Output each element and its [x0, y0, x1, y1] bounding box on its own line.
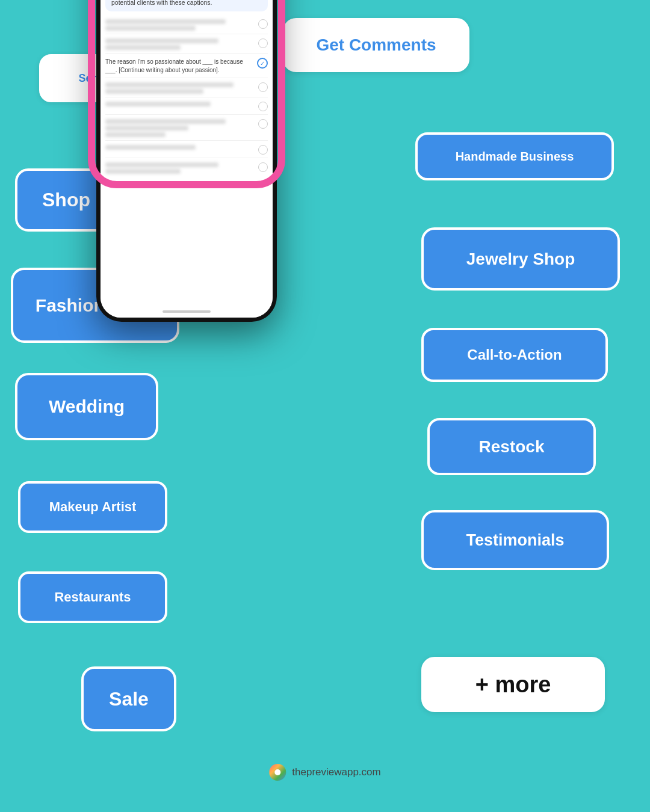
item-check[interactable] [258, 38, 268, 48]
badge-restaurants[interactable]: Restaurants [18, 571, 167, 623]
badge-restock[interactable]: Restock [427, 418, 596, 475]
badge-jewelry-label: Jewelry Shop [466, 250, 575, 269]
badge-handmade-label: Handmade Business [456, 150, 574, 164]
footer-website: thepreviewapp.com [292, 766, 380, 778]
badge-shop-label: Shop [42, 189, 90, 211]
badge-get-comments-label: Get Comments [316, 35, 436, 55]
badge-sale-label: Sale [109, 688, 149, 710]
list-item-label [105, 38, 256, 50]
list-item[interactable] [105, 116, 268, 141]
phone-body: ‹ Captions 🔍 Search Questions Service-Ba… [96, 0, 277, 322]
badge-restock-label: Restock [479, 437, 545, 457]
badge-handmade[interactable]: Handmade Business [415, 132, 614, 180]
badge-more-label: + more [475, 672, 551, 698]
badge-wedding-label: Wedding [49, 396, 125, 417]
screen-content: ‹ Captions 🔍 Search Questions Service-Ba… [101, 0, 273, 318]
list-item[interactable] [105, 79, 268, 97]
item-check-checked[interactable]: ✓ [257, 58, 268, 69]
badge-wedding[interactable]: Wedding [15, 373, 158, 440]
badge-sale[interactable]: Sale [81, 666, 176, 731]
caption-intro: Boost your expertise and trust in the ey… [105, 0, 268, 11]
list-item[interactable] [105, 159, 268, 177]
badge-cta-label: Call-to-Action [467, 346, 562, 363]
list-item-featured[interactable]: The reason I'm so passionate about ___ i… [105, 55, 268, 78]
list-item-text: The reason I'm so passionate about ___ i… [105, 58, 255, 75]
badge-jewelry[interactable]: Jewelry Shop [421, 227, 620, 291]
footer: thepreviewapp.com [269, 764, 380, 781]
badge-more[interactable]: + more [421, 657, 605, 712]
badge-cta[interactable]: Call-to-Action [421, 328, 608, 382]
preview-logo-icon [269, 764, 286, 781]
list-item[interactable] [105, 35, 268, 54]
list-item[interactable] [105, 142, 268, 158]
badge-testimonials[interactable]: Testimonials [421, 510, 609, 570]
badge-makeup-label: Makeup Artist [49, 499, 137, 515]
phone-container: ‹ Captions 🔍 Search Questions Service-Ba… [96, 0, 277, 322]
badge-testimonials-label: Testimonials [466, 531, 564, 550]
badge-get-comments[interactable]: Get Comments [283, 18, 469, 72]
list-item-label [105, 19, 256, 31]
caption-intro-text: Boost your expertise and trust in the ey… [111, 0, 262, 7]
list-item[interactable] [105, 99, 268, 115]
badge-restaurants-label: Restaurants [54, 589, 131, 605]
list-item[interactable] [105, 16, 268, 34]
phone-bottom-bar [162, 310, 211, 313]
item-check[interactable] [258, 19, 268, 29]
list-container: The reason I'm so passionate about ___ i… [101, 14, 273, 306]
badge-makeup[interactable]: Makeup Artist [18, 481, 167, 533]
phone-screen: ‹ Captions 🔍 Search Questions Service-Ba… [101, 0, 273, 318]
